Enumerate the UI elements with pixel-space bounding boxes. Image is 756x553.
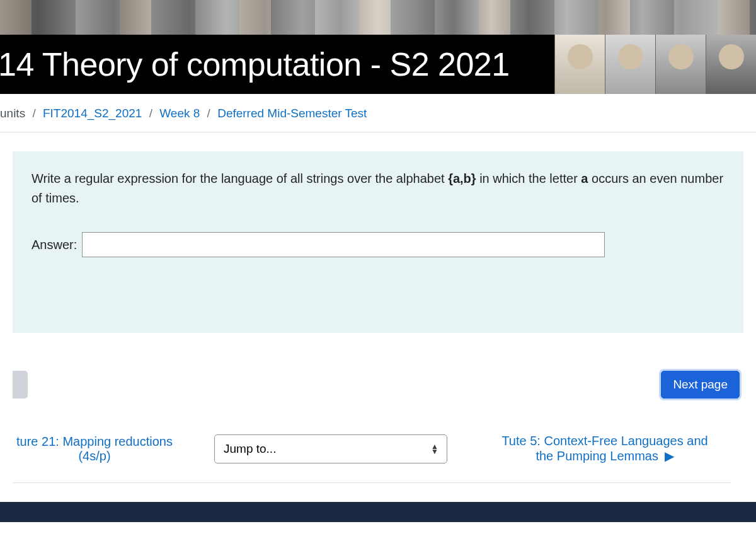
question-panel: Write a regular expression for the langu… [13,151,743,333]
question-letter: a [581,172,592,185]
next-activity-label: Tute 5: Context-Free Languages and [501,434,707,448]
breadcrumb-item-course[interactable]: FIT2014_S2_2021 [43,107,142,120]
jump-to-select[interactable]: Jump to... [214,434,447,463]
next-activity-link[interactable]: Tute 5: Context-Free Languages and the P… [479,434,731,463]
course-title: 14 Theory of computation - S2 2021 [0,45,510,83]
previous-activity-label: ture 21: Mapping reductions [16,434,173,448]
previous-activity-sublabel: (4s/p) [78,449,110,463]
answer-input[interactable] [82,232,605,257]
question-text-part: Write a regular expression for the langu… [32,172,448,185]
portrait-image [554,35,605,94]
breadcrumb-separator: / [207,107,210,120]
jump-to-wrap: Jump to... ▲▼ [214,434,447,463]
breadcrumb-item-units[interactable]: units [0,107,25,120]
breadcrumb: units / FIT2014_S2_2021 / Week 8 / Defer… [0,94,756,132]
answer-label: Answer: [32,238,77,252]
prev-page-button-edge[interactable] [13,371,28,399]
breadcrumb-separator: / [149,107,152,120]
activity-navigation: ture 21: Mapping reductions (4s/p) Jump … [13,434,731,483]
question-text-part: in which the letter [476,172,581,185]
next-activity-sublabel: the Pumping Lemmas [536,449,658,463]
footer-bar [0,502,756,522]
question-text: Write a regular expression for the langu… [32,169,724,208]
answer-row: Answer: [32,232,724,257]
chevron-right-icon: ▶ [665,449,674,463]
header-collage [0,0,756,35]
portrait-image [655,35,706,94]
portrait-image [706,35,756,94]
next-page-button[interactable]: Next page [661,371,740,399]
portrait-image [605,35,655,94]
breadcrumb-item-activity[interactable]: Deferred Mid-Semester Test [217,107,367,120]
title-portraits [554,35,756,94]
course-title-bar: 14 Theory of computation - S2 2021 [0,35,756,94]
question-alphabet: {a,b} [448,172,476,185]
breadcrumb-separator: / [32,107,35,120]
previous-activity-link[interactable]: ture 21: Mapping reductions (4s/p) [6,434,183,463]
breadcrumb-item-week[interactable]: Week 8 [159,107,200,120]
pager: Next page [13,371,743,399]
